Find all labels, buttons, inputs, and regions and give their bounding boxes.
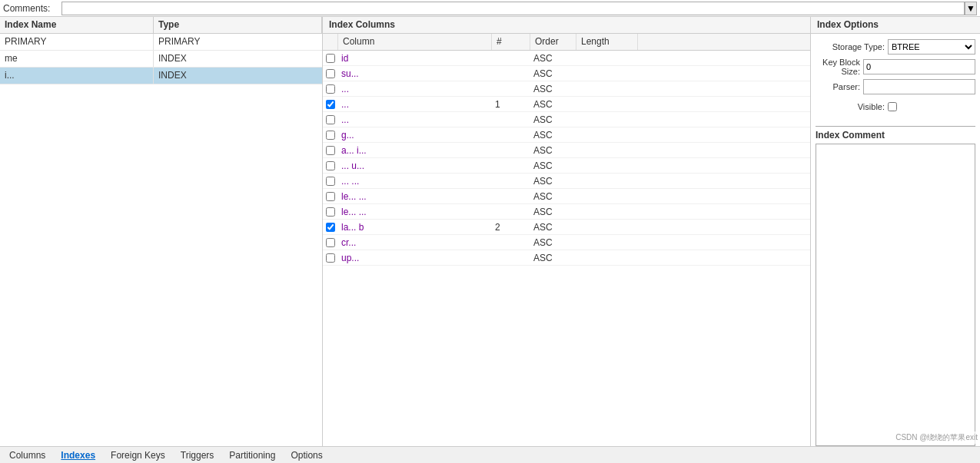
column-row: le... ... ASC [323,189,810,204]
col-order: ASC [530,205,576,219]
col-checkbox[interactable] [326,115,335,124]
column-row: id ASC [323,51,810,66]
col-name: ... ... [338,174,492,188]
col-checkbox[interactable] [326,253,335,263]
col-hash [492,118,530,121]
comments-input[interactable] [61,2,965,15]
col-header-order: Order [530,34,576,50]
col-name: g... [338,128,492,142]
col-checkbox[interactable] [326,84,335,94]
storage-type-select[interactable]: BTREE HASH [888,39,975,55]
col-name: up... [338,251,492,265]
col-checkbox-cell[interactable] [323,52,338,64]
index-row[interactable]: me INDEX [0,51,322,68]
col-order: ASC [530,82,576,96]
column-row: a... i... ASC [323,143,810,158]
col-checkbox-cell[interactable] [323,252,338,264]
col-checkbox[interactable] [326,146,335,155]
comments-bar: Comments: ▼ [0,0,980,17]
column-row: su... ASC [323,66,810,81]
tab-bar: Columns Indexes Foreign Keys Triggers Pa… [0,446,980,463]
col-hash: 2 [492,220,530,234]
columns-table-header: Column # Order Length [323,34,810,51]
col-length [576,134,638,137]
index-row[interactable]: PRIMARY PRIMARY [0,34,322,51]
col-checkbox[interactable] [326,238,335,247]
visible-label: Visible: [816,102,885,111]
col-checkbox-cell[interactable] [323,160,338,172]
visible-checkbox[interactable] [888,102,897,111]
tab-indexes[interactable]: Indexes [55,448,101,462]
tab-options[interactable]: Options [284,448,328,462]
col-hash [492,134,530,137]
col-checkbox-cell[interactable] [323,114,338,126]
col-hash [492,72,530,75]
header-index-name: Index Name [0,17,154,33]
col-name: la... b [338,220,492,234]
col-checkbox[interactable] [326,207,335,217]
key-block-size-label: Key Block Size: [816,58,860,76]
col-checkbox-cell[interactable] [323,221,338,233]
main-container: Comments: ▼ Index Name Type PRIMARY PRIM… [0,0,980,463]
tab-foreign-keys[interactable]: Foreign Keys [105,448,171,462]
col-length [576,256,638,260]
col-name: su... [338,67,492,81]
col-checkbox-cell[interactable] [323,206,338,218]
col-checkbox-cell[interactable] [323,190,338,203]
col-hash [492,164,530,167]
col-hash [492,180,530,183]
col-order: ASC [530,113,576,127]
tab-columns[interactable]: Columns [3,448,51,462]
column-row: ... ASC [323,112,810,127]
col-checkbox-cell[interactable] [323,68,338,80]
tab-partitioning[interactable]: Partitioning [223,448,281,462]
index-type-cell: INDEX [154,68,322,84]
comment-section: Index Comment [811,126,980,446]
index-options-title: Index Options [811,17,980,34]
col-checkbox[interactable] [326,131,335,140]
comments-label: Comments: [3,3,57,14]
col-hash [492,57,530,60]
col-checkbox-cell[interactable] [323,175,338,187]
col-checkbox-cell[interactable] [323,129,338,141]
index-name-cell: PRIMARY [0,34,154,50]
col-checkbox[interactable] [326,177,335,186]
col-hash [492,195,530,198]
index-list-panel: Index Name Type PRIMARY PRIMARY me INDEX… [0,17,323,446]
col-name: le... ... [338,190,492,203]
index-options-panel: Index Options Storage Type: BTREE HASH K… [811,17,980,446]
col-hash [492,88,530,91]
key-block-size-row: Key Block Size: [816,58,975,75]
index-list-header: Index Name Type [0,17,322,34]
column-row: le... ... ASC [323,204,810,220]
col-checkbox-cell[interactable] [323,83,338,95]
parser-row: Parser: [816,78,975,95]
col-length [576,241,638,244]
comments-scroll-btn[interactable]: ▼ [965,2,977,15]
parser-input[interactable] [863,79,975,94]
col-header-length: Length [576,34,638,50]
col-checkbox-cell[interactable] [323,236,338,249]
col-checkbox[interactable] [326,192,335,201]
content-area: Index Name Type PRIMARY PRIMARY me INDEX… [0,17,980,446]
col-name: cr... [338,236,492,250]
col-checkbox[interactable] [326,100,335,109]
col-checkbox[interactable] [326,54,335,63]
col-checkbox[interactable] [326,69,335,78]
col-checkbox[interactable] [326,161,335,170]
col-checkbox[interactable] [326,223,335,232]
col-length [576,210,638,213]
tab-triggers[interactable]: Triggers [174,448,221,462]
col-length [576,226,638,229]
column-row: la... b 2 ASC [323,220,810,235]
col-order: ASC [530,67,576,81]
index-comment-textarea[interactable] [816,144,975,446]
col-checkbox-cell[interactable] [323,98,338,111]
col-checkbox-cell[interactable] [323,144,338,157]
col-length [576,88,638,91]
col-hash [492,241,530,244]
key-block-size-input[interactable] [863,59,975,74]
column-row: up... ASC [323,250,810,266]
index-type-cell: PRIMARY [154,34,322,50]
index-row-selected[interactable]: i... INDEX [0,68,322,84]
